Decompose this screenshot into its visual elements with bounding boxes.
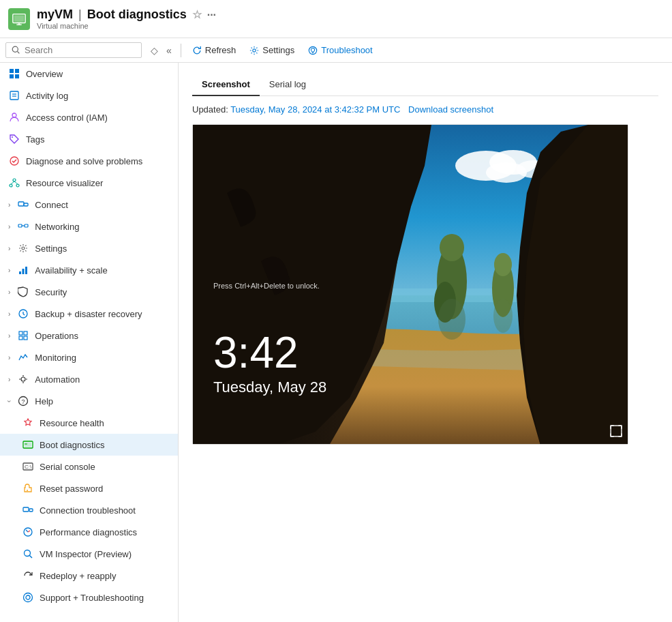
sidebar-item-iam[interactable]: Access control (IAM)	[0, 106, 178, 128]
vm-name: myVM	[37, 8, 73, 22]
svg-line-24	[14, 181, 18, 184]
svg-point-5	[12, 46, 18, 52]
sidebar-label-settings: Settings	[35, 243, 67, 254]
availability-icon	[17, 264, 29, 276]
vm-icon	[8, 8, 30, 30]
svg-text:?: ?	[22, 398, 25, 405]
perf-diag-icon	[22, 526, 34, 538]
sidebar-item-availability[interactable]: › Availability + scale	[0, 259, 178, 281]
main-content: Screenshot Serial log Updated: Tuesday, …	[179, 63, 672, 622]
svg-point-17	[12, 113, 16, 117]
sidebar-label-resource-viz: Resource visualizer	[26, 178, 103, 188]
content-inner: Screenshot Serial log Updated: Tuesday, …	[179, 63, 672, 456]
svg-line-23	[11, 181, 14, 184]
svg-rect-39	[24, 336, 27, 340]
sidebar-item-connection-troubleshoot[interactable]: Connection troubleshoot	[0, 499, 178, 521]
svg-rect-28	[18, 224, 22, 227]
svg-text:C:\: C:\	[25, 464, 32, 470]
tab-screenshot[interactable]: Screenshot	[192, 74, 260, 96]
sidebar-label-iam: Access control (IAM)	[26, 113, 108, 123]
svg-rect-49	[23, 507, 29, 512]
svg-point-22	[16, 184, 19, 187]
svg-point-67	[494, 253, 512, 276]
expand-icon[interactable]	[610, 425, 622, 440]
star-icon[interactable]: ☆	[192, 8, 202, 21]
sidebar-item-performance-diagnostics[interactable]: Performance diagnostics	[0, 521, 178, 543]
sidebar-item-redeploy[interactable]: Redeploy + reapply	[0, 565, 178, 587]
header-title-group: myVM | Boot diagnostics ☆ ··· Virtual ma…	[37, 8, 216, 30]
sidebar-item-backup[interactable]: › Backup + disaster recovery	[0, 303, 178, 325]
sidebar-label-serial-console: Serial console	[40, 462, 95, 472]
sidebar-label-resource-health: Resource health	[40, 418, 104, 428]
page-header: myVM | Boot diagnostics ☆ ··· Virtual ma…	[0, 0, 672, 38]
sidebar-item-vm-inspector[interactable]: VM Inspector (Preview)	[0, 543, 178, 565]
sidebar-item-security[interactable]: › Security	[0, 281, 178, 303]
search-box[interactable]	[5, 42, 142, 58]
download-screenshot-link[interactable]: Download screenshot	[408, 104, 493, 115]
sidebar-item-diagnose[interactable]: Diagnose and solve problems	[0, 150, 178, 172]
sidebar-label-vm-inspector: VM Inspector (Preview)	[40, 549, 132, 559]
sidebar-label-redeploy: Redeploy + reapply	[40, 571, 116, 581]
back-nav-btn[interactable]: «	[163, 43, 175, 58]
sidebar-item-connect[interactable]: › Connect	[0, 194, 178, 216]
update-prefix: Updated:	[192, 104, 228, 115]
networking-icon	[17, 220, 29, 233]
svg-point-21	[10, 184, 12, 187]
sidebar-item-automation[interactable]: › Automation	[0, 368, 178, 390]
svg-line-6	[18, 52, 20, 54]
update-line: Updated: Tuesday, May 28, 2024 at 3:42:3…	[192, 104, 658, 115]
refresh-icon	[192, 46, 202, 55]
title-separator: |	[78, 8, 82, 22]
sidebar-item-monitoring[interactable]: › Monitoring	[0, 346, 178, 368]
availability-chevron: ›	[8, 267, 10, 274]
refresh-button[interactable]: Refresh	[187, 42, 242, 58]
svg-rect-32	[19, 271, 21, 274]
sidebar-item-activity-log[interactable]: Activity log	[0, 85, 178, 106]
help-chevron: ›	[5, 400, 13, 402]
sidebar-item-tags[interactable]: Tags	[0, 128, 178, 150]
sidebar-label-connection-troubleshoot: Connection troubleshoot	[40, 505, 136, 516]
troubleshoot-label: Troubleshoot	[321, 45, 372, 55]
svg-rect-10	[10, 69, 14, 73]
sidebar-label-monitoring: Monitoring	[35, 353, 76, 363]
update-date: Tuesday, May 28, 2024 at 3:42:32 PM UTC	[230, 104, 400, 115]
connect-chevron: ›	[8, 201, 10, 209]
tab-bar: Screenshot Serial log	[192, 74, 658, 96]
sidebar-item-operations[interactable]: › Operations	[0, 325, 178, 346]
backup-icon	[17, 308, 29, 320]
settings-sidebar-icon	[17, 242, 29, 254]
sidebar-item-reset-password[interactable]: Reset password	[0, 477, 178, 499]
sidebar-item-serial-console[interactable]: C:\ Serial console	[0, 456, 178, 477]
settings-chevron: ›	[8, 245, 10, 252]
svg-point-48	[27, 490, 28, 491]
sidebar-label-availability: Availability + scale	[35, 265, 107, 276]
svg-point-20	[13, 179, 16, 181]
troubleshoot-button[interactable]: Troubleshoot	[303, 42, 378, 58]
search-input[interactable]	[25, 45, 120, 55]
sidebar-item-resource-viz[interactable]: Resource visualizer	[0, 172, 178, 194]
sidebar-label-support-troubleshoot: Support + Troubleshooting	[40, 593, 144, 603]
sidebar-item-settings[interactable]: › Settings	[0, 237, 178, 259]
sidebar-item-boot-diagnostics[interactable]: Boot diagnostics	[0, 434, 178, 456]
sidebar-item-networking[interactable]: › Networking	[0, 216, 178, 237]
sidebar-label-tags: Tags	[26, 134, 44, 145]
sidebar-item-overview[interactable]: Overview	[0, 63, 178, 85]
search-icon	[12, 46, 20, 55]
help-icon: ?	[17, 395, 29, 407]
svg-rect-33	[22, 269, 25, 274]
tab-serial-log[interactable]: Serial log	[260, 74, 316, 96]
sidebar-label-security: Security	[35, 287, 67, 297]
sidebar-item-resource-health[interactable]: Resource health	[0, 412, 178, 434]
vm-subtitle: Virtual machine	[37, 22, 216, 30]
svg-point-52	[25, 550, 31, 557]
sidebar-label-overview: Overview	[26, 69, 63, 79]
svg-rect-44	[25, 443, 31, 447]
settings-button[interactable]: Settings	[244, 42, 300, 58]
security-icon	[17, 286, 29, 298]
svg-rect-13	[15, 74, 19, 78]
sidebar-item-help[interactable]: › ? Help	[0, 390, 178, 412]
connect-icon	[17, 198, 29, 211]
more-icon[interactable]: ···	[207, 9, 216, 21]
sidebar-item-support-troubleshoot[interactable]: Support + Troubleshooting	[0, 587, 178, 608]
diamond-nav-btn[interactable]: ◇	[147, 43, 162, 58]
